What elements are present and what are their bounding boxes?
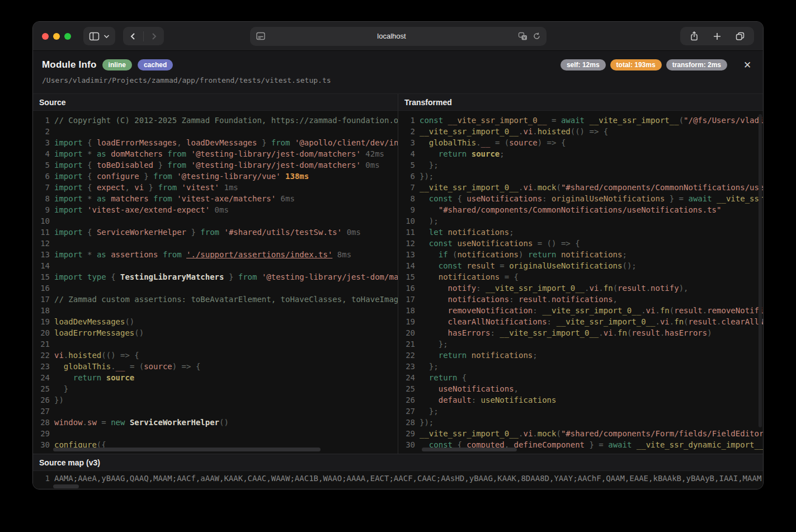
code-line: 10 ); (398, 215, 763, 227)
line-number: 16 (398, 283, 415, 294)
code-line: 5import { toBeDisabled } from '@testing-… (33, 159, 398, 171)
source-code: 1// Copyright (C) 2012-2025 Zammad Found… (33, 111, 398, 454)
sourcemap-section: Source map (v3) 1AAMA;AAeA,yBAAG,QAAQ,MA… (33, 454, 763, 489)
tab-overview-icon[interactable] (735, 31, 745, 41)
line-number: 1 (398, 115, 415, 126)
line-number: 13 (398, 249, 415, 260)
source-panel: Source 1// Copyright (C) 2012-2025 Zamma… (33, 94, 398, 454)
code-line: 27 (33, 406, 398, 417)
sourcemap-code: 1AAMA;AAeA,yBAAG,QAAQ,MAAM;AACf,aAAW,KAA… (33, 471, 763, 484)
code-line: 21 (33, 338, 398, 350)
code-line: 18 (33, 305, 398, 316)
line-number: 10 (33, 215, 50, 227)
translate-icon[interactable] (518, 32, 527, 41)
line-number: 11 (33, 227, 50, 238)
code-line: 13 if (notifications) return notificatio… (398, 249, 763, 260)
code-line: 29__vite_ssr_import_0__.vi.mock("#shared… (398, 428, 763, 439)
line-number: 27 (33, 406, 50, 417)
code-panes: Source 1// Copyright (C) 2012-2025 Zamma… (33, 94, 763, 454)
line-number: 18 (398, 305, 415, 316)
line-number: 26 (33, 394, 50, 406)
timing-total-badge: total: 193ms (610, 59, 662, 70)
badge-cached: cached (138, 59, 173, 70)
code-line: 15 notifications = { (398, 271, 763, 283)
address-bar[interactable]: localhost (250, 27, 547, 46)
transformed-vertical-scrollbar[interactable] (759, 114, 762, 427)
line-number: 21 (33, 338, 50, 350)
code-line: 4 return source; (398, 148, 763, 159)
line-number: 7 (398, 182, 415, 193)
assertions-module-link[interactable]: './support/assertions/index.ts' (186, 250, 332, 259)
line-number: 14 (398, 260, 415, 271)
code-line: 9import 'vitest-axe/extend-expect' 0ms (33, 204, 398, 215)
code-line: 19 clearAllNotifications: __vite_ssr_imp… (398, 316, 763, 327)
code-line: 14 const result = originalUseNotificatio… (398, 260, 763, 271)
line-number: 8 (398, 193, 415, 204)
line-number: 20 (398, 327, 415, 338)
code-line: 1AAMA;AAeA,yBAAG,QAAQ,MAAM;AACf,aAAW,KAA… (33, 473, 763, 484)
code-line: 9 "#shared/components/CommonNotification… (398, 204, 763, 215)
code-line: 6import { configure } from '@testing-lib… (33, 171, 398, 182)
close-icon[interactable]: ✕ (741, 58, 754, 72)
sidebar-toggle-icon[interactable] (89, 32, 100, 41)
page-settings-icon[interactable] (256, 31, 266, 41)
browser-window: localhost (32, 21, 764, 489)
code-line: 3import { loadErrorMessages, loadDevMess… (33, 137, 398, 148)
minimize-window-button[interactable] (53, 33, 60, 40)
line-number: 9 (398, 204, 415, 215)
line-number: 12 (398, 238, 415, 249)
back-button[interactable] (123, 27, 143, 45)
line-number: 23 (398, 361, 415, 372)
share-icon[interactable] (689, 31, 699, 42)
code-line: 7__vite_ssr_import_0__.vi.mock("#shared/… (398, 182, 763, 193)
timing-self-badge: self: 12ms (561, 59, 606, 70)
code-line: 13import * as assertions from './support… (33, 249, 398, 260)
line-number: 25 (33, 383, 50, 394)
line-number: 27 (398, 406, 415, 417)
transformed-horizontal-scrollbar[interactable] (422, 448, 517, 451)
code-line: 20loadErrorMessages() (33, 327, 398, 338)
new-tab-icon[interactable] (713, 32, 722, 41)
line-number: 9 (33, 204, 50, 215)
code-line: 11import { ServiceWorkerHelper } from '#… (33, 227, 398, 238)
code-line: 7import { expect, vi } from 'vitest' 1ms (33, 182, 398, 193)
sourcemap-horizontal-scrollbar[interactable] (53, 484, 79, 488)
line-number: 26 (398, 394, 415, 406)
source-panel-title: Source (39, 98, 65, 107)
line-number: 5 (33, 159, 50, 171)
code-line: 26 default: useNotifications (398, 394, 763, 406)
line-number: 23 (33, 361, 50, 372)
code-line: 5 }; (398, 159, 763, 171)
code-line: 8 const { useNotifications: originalUseN… (398, 193, 763, 204)
line-number: 22 (33, 350, 50, 361)
line-number: 8 (33, 193, 50, 204)
code-line: 22vi.hoisted(() => { (33, 350, 398, 361)
zoom-window-button[interactable] (64, 33, 71, 40)
line-number: 2 (398, 126, 415, 137)
code-line: 17// Zammad custom assertions: toBeAvata… (33, 294, 398, 305)
code-line: 28window.sw = new ServiceWorkerHelper() (33, 417, 398, 428)
line-number: 18 (33, 305, 50, 316)
transformed-panel-header: Transformed (398, 94, 763, 111)
line-number: 15 (33, 271, 50, 283)
code-line: 12 const useNotifications = () => { (398, 238, 763, 249)
line-number: 24 (33, 372, 50, 383)
forward-button[interactable] (144, 27, 164, 45)
source-horizontal-scrollbar[interactable] (53, 448, 321, 451)
line-number: 30 (33, 439, 50, 450)
line-number: 28 (33, 417, 50, 428)
code-line: 22 return notifications; (398, 350, 763, 361)
url-text: localhost (266, 32, 518, 40)
sidebar-button-group (83, 27, 115, 45)
line-number: 22 (398, 350, 415, 361)
transformed-code: 1const __vite_ssr_import_0__ = await __v… (398, 111, 763, 454)
nav-button-group (123, 27, 164, 45)
chevron-down-icon[interactable] (103, 34, 110, 39)
line-number: 6 (33, 171, 50, 182)
badge-inline: inline (102, 59, 132, 70)
reload-icon[interactable] (533, 32, 541, 40)
code-line: 28}); (398, 417, 763, 428)
code-line: 18 removeNotification: __vite_ssr_import… (398, 305, 763, 316)
close-window-button[interactable] (42, 33, 49, 40)
page-title: Module Info (42, 59, 97, 70)
